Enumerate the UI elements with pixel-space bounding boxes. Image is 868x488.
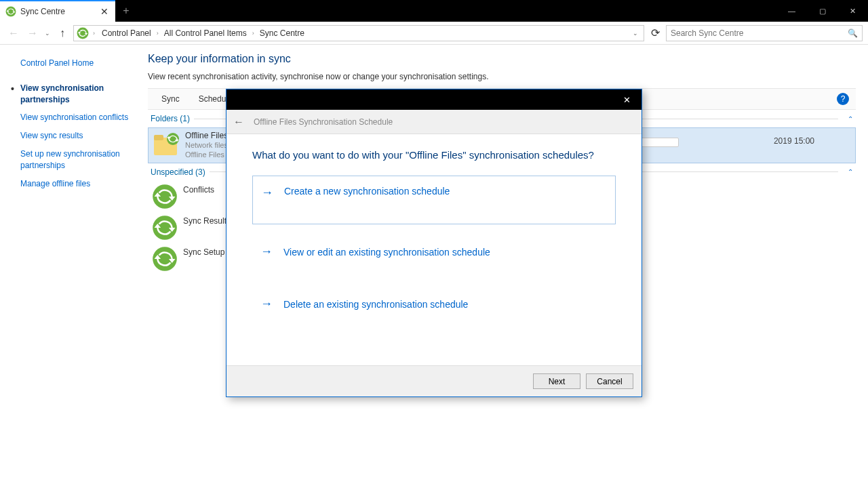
next-button[interactable]: Next bbox=[533, 373, 580, 389]
sidebar-view-conflicts[interactable]: View synchronisation conflicts bbox=[11, 108, 130, 127]
folder-sync-icon bbox=[153, 131, 180, 158]
forward-button[interactable]: → bbox=[24, 25, 41, 41]
help-icon[interactable]: ? bbox=[837, 93, 849, 105]
minimize-button[interactable]: — bbox=[776, 0, 807, 22]
history-dropdown[interactable]: ⌄ bbox=[43, 30, 52, 37]
tab-title: Sync Centre bbox=[20, 7, 95, 16]
sidebar: Control Panel Home View synchronisation … bbox=[0, 45, 136, 488]
breadcrumb: Control Panel › All Control Panel Items … bbox=[99, 27, 307, 39]
search-box[interactable]: 🔍 bbox=[666, 25, 863, 41]
search-icon[interactable]: 🔍 bbox=[848, 28, 858, 38]
sync-icon bbox=[152, 215, 178, 241]
sync-centre-icon bbox=[77, 27, 89, 39]
group-unspecified-label: Unspecified (3) bbox=[151, 167, 205, 177]
option-label: Create a new synchronisation schedule bbox=[284, 186, 450, 197]
item-date: 2019 15:00 bbox=[774, 136, 814, 146]
item-title: Sync Setup bbox=[183, 246, 224, 257]
dialog-body: What do you want to do with your "Offlin… bbox=[226, 134, 642, 365]
sync-icon bbox=[152, 184, 178, 209]
option-edit-schedule[interactable]: → View or edit an existing synchronisati… bbox=[252, 235, 616, 268]
sync-icon bbox=[152, 246, 178, 272]
page-title: Keep your information in sync bbox=[148, 53, 856, 65]
search-input[interactable] bbox=[671, 28, 848, 38]
sidebar-cp-home[interactable]: Control Panel Home bbox=[11, 54, 130, 73]
collapse-icon[interactable]: ⌃ bbox=[842, 115, 853, 123]
sidebar-view-results[interactable]: View sync results bbox=[11, 127, 130, 145]
back-button[interactable]: ← bbox=[5, 25, 22, 41]
dialog-header: ← Offline Files Synchronisation Schedule bbox=[226, 110, 642, 134]
up-button[interactable]: ↑ bbox=[54, 27, 71, 39]
tab-close-icon[interactable]: ✕ bbox=[99, 6, 110, 17]
dialog-question: What do you want to do with your "Offlin… bbox=[252, 149, 616, 161]
crumb-all-items[interactable]: All Control Panel Items bbox=[161, 27, 250, 39]
chevron-right-icon: › bbox=[155, 30, 160, 37]
item-sub1: Network files bbox=[185, 140, 231, 150]
schedule-dialog: ✕ ← Offline Files Synchronisation Schedu… bbox=[226, 89, 642, 397]
sync-centre-icon bbox=[5, 6, 16, 17]
sidebar-view-partnerships[interactable]: View synchronisation partnerships bbox=[11, 79, 130, 109]
window-controls: — ▢ ✕ bbox=[776, 0, 868, 22]
window-tab[interactable]: Sync Centre ✕ bbox=[0, 0, 115, 22]
dialog-close-button[interactable]: ✕ bbox=[612, 89, 642, 110]
svg-rect-3 bbox=[154, 135, 163, 140]
page-desc: View recent synchronisation activity, sy… bbox=[148, 72, 856, 81]
item-title: Offline Files bbox=[185, 131, 231, 140]
address-bar[interactable]: › Control Panel › All Control Panel Item… bbox=[73, 25, 644, 41]
new-tab-button[interactable]: + bbox=[115, 0, 137, 22]
sidebar-setup-partnerships[interactable]: Set up new synchronisation partnerships bbox=[11, 145, 130, 175]
cancel-button[interactable]: Cancel bbox=[586, 373, 633, 389]
close-window-button[interactable]: ✕ bbox=[837, 0, 868, 22]
item-title: Sync Results bbox=[183, 215, 231, 226]
chevron-right-icon: › bbox=[251, 30, 256, 37]
titlebar: Sync Centre ✕ + — ▢ ✕ bbox=[0, 0, 868, 22]
dialog-footer: Next Cancel bbox=[226, 365, 642, 396]
arrow-right-icon: → bbox=[261, 186, 275, 200]
address-dropdown[interactable]: ⌄ bbox=[630, 30, 641, 37]
item-sub2: Offline Files a bbox=[185, 150, 231, 159]
sidebar-manage-offline[interactable]: Manage offline files bbox=[11, 175, 130, 193]
chevron-right-icon: › bbox=[92, 30, 96, 37]
option-label: Delete an existing synchronisation sched… bbox=[283, 299, 468, 310]
refresh-button[interactable]: ⟳ bbox=[647, 26, 663, 39]
dialog-titlebar[interactable]: ✕ bbox=[226, 89, 642, 110]
arrow-right-icon: → bbox=[260, 297, 274, 311]
group-folders-label: Folders (1) bbox=[151, 114, 190, 123]
dialog-header-title: Offline Files Synchronisation Schedule bbox=[254, 117, 393, 127]
maximize-button[interactable]: ▢ bbox=[807, 0, 837, 22]
dialog-back-button[interactable]: ← bbox=[233, 116, 244, 128]
crumb-sync-centre[interactable]: Sync Centre bbox=[257, 27, 307, 39]
collapse-icon[interactable]: ⌃ bbox=[842, 168, 853, 176]
item-title: Conflicts bbox=[183, 184, 214, 195]
tab-sync[interactable]: Sync bbox=[152, 90, 189, 108]
navbar: ← → ⌄ ↑ › Control Panel › All Control Pa… bbox=[0, 22, 868, 45]
option-delete-schedule[interactable]: → Delete an existing synchronisation sch… bbox=[252, 287, 616, 321]
crumb-control-panel[interactable]: Control Panel bbox=[99, 27, 154, 39]
option-create-schedule[interactable]: → Create a new synchronisation schedule bbox=[252, 176, 616, 224]
option-label: View or edit an existing synchronisation… bbox=[283, 247, 490, 258]
arrow-right-icon: → bbox=[260, 245, 274, 259]
